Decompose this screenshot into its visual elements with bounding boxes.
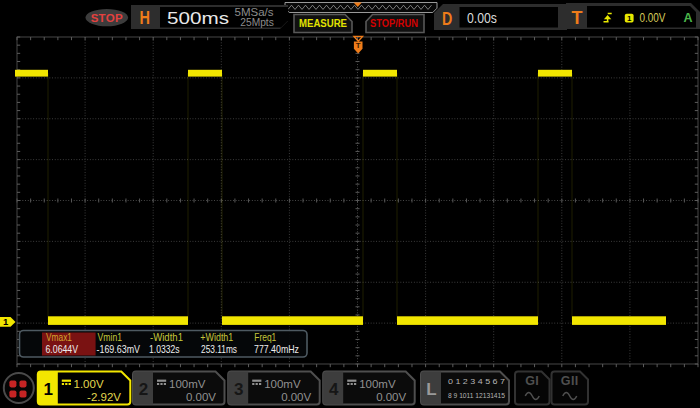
- svg-text:0.00V: 0.00V: [281, 391, 311, 403]
- svg-text:100mV: 100mV: [359, 378, 396, 390]
- svg-text:A: A: [683, 11, 692, 25]
- svg-text:4: 4: [329, 380, 339, 399]
- svg-text:L: L: [426, 380, 436, 399]
- svg-text:0.00V: 0.00V: [640, 11, 667, 25]
- svg-text:3: 3: [234, 380, 243, 399]
- svg-text:25Mpts: 25Mpts: [240, 16, 273, 28]
- svg-text:0.00V: 0.00V: [186, 391, 216, 403]
- svg-text:T: T: [356, 41, 361, 50]
- svg-text:1: 1: [627, 14, 632, 23]
- svg-text:Vmin1: Vmin1: [98, 331, 123, 343]
- svg-text:Freq1: Freq1: [254, 331, 276, 343]
- svg-text:STOP: STOP: [91, 12, 123, 24]
- svg-text:-Width1: -Width1: [150, 331, 183, 343]
- svg-text:+Width1: +Width1: [200, 331, 233, 343]
- svg-text:-2.92V: -2.92V: [87, 391, 121, 403]
- svg-text:500ms: 500ms: [167, 9, 229, 28]
- svg-text:-169.63mV: -169.63mV: [97, 343, 141, 355]
- svg-text:100mV: 100mV: [169, 378, 206, 390]
- svg-text:8 9 1011 12131415: 8 9 1011 12131415: [448, 391, 505, 400]
- svg-text:2: 2: [139, 380, 148, 399]
- svg-text:Vmax1: Vmax1: [46, 331, 72, 343]
- svg-text:T: T: [572, 7, 583, 28]
- svg-text:MEASURE: MEASURE: [299, 17, 347, 29]
- svg-text:253.11ms: 253.11ms: [201, 343, 237, 355]
- svg-text:D: D: [442, 8, 452, 29]
- svg-text:1: 1: [3, 316, 9, 327]
- svg-text:0 1 2 3 4 5 6 7: 0 1 2 3 4 5 6 7: [448, 377, 505, 386]
- svg-text:GII: GII: [561, 374, 579, 388]
- svg-text:1.00V: 1.00V: [74, 378, 104, 390]
- svg-text:777.40mHz: 777.40mHz: [254, 343, 299, 355]
- svg-text:1.0332s: 1.0332s: [149, 343, 180, 355]
- svg-text:1: 1: [44, 380, 53, 399]
- svg-text:6.0644V: 6.0644V: [46, 343, 79, 355]
- svg-text:STOP/RUN: STOP/RUN: [370, 17, 418, 29]
- svg-text:H: H: [140, 7, 151, 28]
- svg-text:0.00V: 0.00V: [376, 391, 406, 403]
- svg-text:100mV: 100mV: [264, 378, 301, 390]
- svg-text:0.00s: 0.00s: [467, 9, 497, 26]
- svg-text:GI: GI: [525, 374, 539, 388]
